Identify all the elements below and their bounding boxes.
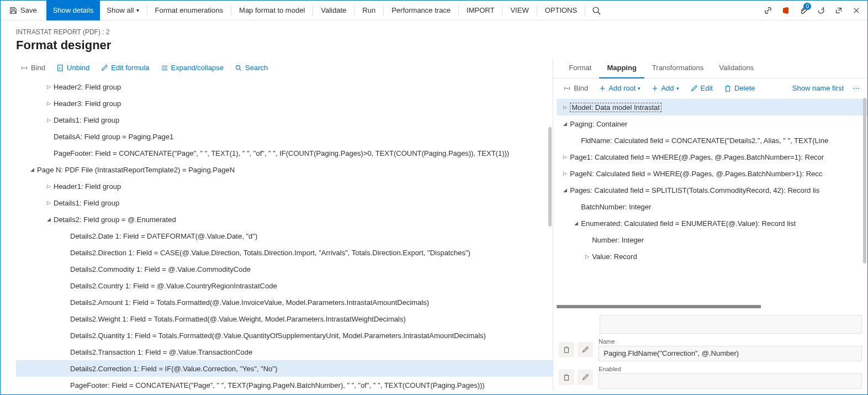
tree-row[interactable]: Details2.Transaction 1: Field = @.Value.… [16, 344, 553, 360]
format-enumerations-button[interactable]: Format enumerations [149, 1, 230, 20]
top-toolbar: Save Show details Show all ▾ Format enum… [1, 1, 867, 20]
tab-mapping[interactable]: Mapping [599, 58, 644, 78]
tree-row[interactable]: ▷Model: Data model Intrastat [557, 99, 867, 115]
svg-rect-9 [565, 376, 569, 381]
tree-row[interactable]: ◢Page N: PDF File (IntrastatReportTempla… [16, 161, 553, 178]
tree-row[interactable]: ▷Details1: Field group [16, 194, 553, 211]
tree-row[interactable]: FldName: Calculated field = CONCATENATE(… [557, 132, 867, 149]
tree-row[interactable]: Details2.Commodity 1: Field = @.Value.Co… [16, 261, 553, 277]
popout-button[interactable] [830, 1, 848, 20]
bind-action-right[interactable]: Bind [559, 82, 592, 94]
validate-button[interactable]: Validate [314, 1, 353, 20]
options-button[interactable]: OPTIONS [538, 1, 584, 20]
tree-row[interactable]: ▷PageN: Calculated field = WHERE(@.Pages… [557, 165, 867, 182]
tree-label: Details1: Field group [54, 199, 119, 207]
tree-toggle[interactable]: ◢ [571, 220, 581, 226]
search-toolbar-button[interactable] [586, 1, 606, 20]
toolbar-divider [458, 5, 459, 16]
tree-row[interactable]: ▷Header3: Field group [16, 95, 553, 112]
tree-toggle[interactable]: ◢ [44, 217, 54, 222]
tree-toggle[interactable]: ▷ [44, 200, 54, 206]
edit-prop-button[interactable] [578, 342, 593, 357]
tree-row[interactable]: Details2.Weight 1: Field = Totals.Format… [16, 310, 553, 327]
scrollbar[interactable] [548, 127, 552, 227]
tree-row[interactable]: Number: Integer [557, 231, 867, 248]
show-name-first-action[interactable]: Show name first [788, 82, 848, 94]
svg-rect-8 [565, 348, 569, 353]
bind-action[interactable]: Bind [16, 61, 50, 74]
tree-row[interactable]: ▷Page1: Calculated field = WHERE(@.Pages… [557, 149, 867, 165]
attachments-button[interactable]: 0 [795, 1, 812, 20]
tree-row[interactable]: ▷Value: Record [557, 248, 867, 265]
tree-toggle[interactable]: ▷ [560, 104, 570, 110]
search-action[interactable]: Search [230, 61, 272, 74]
edit-prop-button[interactable] [578, 370, 593, 385]
tree-toggle[interactable]: ◢ [27, 167, 37, 172]
delete-action[interactable]: Delete [719, 82, 760, 94]
map-format-button[interactable]: Map format to model [232, 1, 311, 20]
tree-row[interactable]: ◢Paging: Container [557, 115, 867, 132]
show-details-button[interactable]: Show details [46, 1, 100, 20]
tree-row[interactable]: ◢Details2: Field group = @.Enumerated [16, 211, 553, 228]
view-button[interactable]: VIEW [504, 1, 535, 20]
save-button[interactable]: Save [3, 1, 44, 20]
name-value[interactable]: Paging.FldName("Correction", @.Number) [599, 346, 862, 361]
scrollbar[interactable] [863, 98, 866, 264]
edit-action[interactable]: Edit [686, 82, 717, 94]
refresh-button[interactable] [812, 1, 830, 20]
tree-toggle[interactable]: ▷ [44, 101, 54, 106]
delete-icon [724, 85, 732, 92]
search-icon [235, 64, 242, 72]
mapping-tree[interactable]: ▷Model: Data model Intrastat◢Paging: Con… [553, 98, 867, 304]
unbind-action[interactable]: Unbind [52, 61, 94, 74]
tree-row[interactable]: PageFooter: Field = CONCATENATE("Page", … [16, 145, 553, 161]
tree-row[interactable]: ▷Details1: Field group [16, 112, 553, 128]
import-button[interactable]: IMPORT [460, 1, 501, 20]
tree-toggle[interactable]: ◢ [560, 187, 570, 193]
run-button[interactable]: Run [356, 1, 382, 20]
expand-collapse-action[interactable]: Expand/collapse [156, 61, 228, 74]
format-tree[interactable]: ▷Header2: Field group▷Header3: Field gro… [1, 77, 553, 391]
tree-row[interactable]: Details2.Country 1: Field = @.Value.Coun… [16, 277, 553, 294]
add-root-action[interactable]: Add root ▾ [595, 82, 645, 94]
tab-validations[interactable]: Validations [711, 58, 761, 78]
tree-row[interactable]: Details2.Date 1: Field = DATEFORMAT(@.Va… [16, 228, 553, 244]
link-icon-button[interactable] [759, 1, 777, 20]
horizontal-scrollbar[interactable] [557, 305, 761, 308]
delete-prop-button[interactable] [559, 342, 574, 357]
tree-row[interactable]: ◢Pages: Calculated field = SPLITLIST(Tot… [557, 182, 867, 198]
tree-toggle[interactable]: ▷ [560, 154, 570, 160]
tree-toggle[interactable]: ◢ [560, 121, 570, 127]
tree-row[interactable]: Details2.Quantity 1: Field = Totals.Form… [16, 327, 553, 344]
close-button[interactable] [848, 1, 865, 20]
tree-row[interactable]: ▷Header1: Field group [16, 178, 553, 194]
performance-trace-button[interactable]: Performance trace [385, 1, 457, 20]
add-action[interactable]: Add ▾ [647, 82, 683, 94]
right-action-row: Bind Add root ▾ Add ▾ Edit [553, 78, 867, 98]
tree-row[interactable]: Details2.Correction 1: Field = IF(@.Valu… [16, 360, 553, 377]
office-icon-button[interactable] [777, 1, 795, 20]
tree-row[interactable]: Details2.Amount 1: Field = Totals.Format… [16, 294, 553, 310]
unbind-icon [56, 64, 64, 72]
tree-row[interactable]: DetailsA: Field group = Paging.Page1 [16, 128, 553, 145]
empty-value[interactable] [600, 315, 862, 334]
edit-formula-action[interactable]: Edit formula [96, 61, 154, 74]
show-all-button[interactable]: Show all ▾ [100, 1, 145, 20]
enabled-value[interactable] [599, 373, 862, 389]
tree-row[interactable]: ◢Enumerated: Calculated field = ENUMERAT… [557, 215, 867, 231]
tree-row[interactable]: BatchNumber: Integer [557, 198, 867, 215]
tree-toggle[interactable]: ▷ [44, 117, 54, 123]
tree-row[interactable]: PageFooter: Field = CONCATENATE("Page", … [16, 377, 553, 391]
tab-transformations[interactable]: Transformations [644, 58, 711, 78]
refresh-icon [817, 6, 825, 15]
tree-row[interactable]: Details2.Direction 1: Field = CASE(@.Val… [16, 244, 553, 261]
tree-label: Model: Data model Intrastat [570, 103, 661, 112]
tree-toggle[interactable]: ▷ [44, 183, 54, 189]
tree-toggle[interactable]: ▷ [560, 171, 570, 176]
tree-toggle[interactable]: ▷ [44, 84, 54, 89]
more-action[interactable]: ⋯ [850, 82, 862, 94]
delete-prop-button[interactable] [559, 370, 574, 385]
tree-row[interactable]: ▷Header2: Field group [16, 78, 553, 95]
tree-toggle[interactable]: ▷ [582, 254, 592, 259]
tab-format[interactable]: Format [561, 58, 599, 78]
